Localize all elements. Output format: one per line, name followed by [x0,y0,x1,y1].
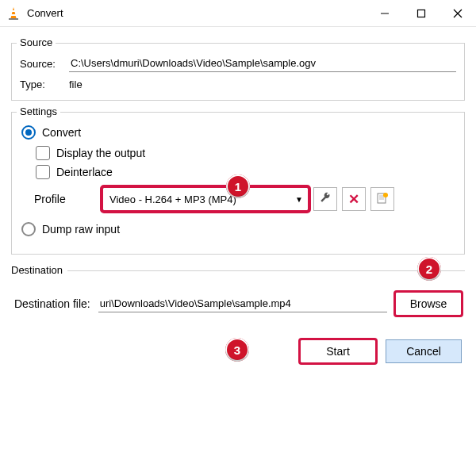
settings-legend: Settings [17,105,60,117]
profile-value: Video - H.264 + MP3 (MP4) [109,194,236,205]
titlebar: Convert [0,0,476,27]
display-output-label: Display the output [56,147,145,159]
annotation-badge-2: 2 [417,257,441,281]
svg-rect-3 [9,18,18,20]
destination-label: Destination file: [14,297,90,310]
profile-combobox[interactable]: Video - H.264 + MP3 (MP4) ▼ [102,187,309,211]
profile-label: Profile [34,193,98,205]
chevron-down-icon: ▼ [295,195,303,204]
radio-icon [21,125,36,140]
source-label: Source: [20,58,69,70]
new-profile-icon [376,192,389,207]
deinterlace-label: Deinterlace [56,166,113,178]
dump-raw-label: Dump raw input [42,223,120,236]
browse-button[interactable]: Browse [395,292,462,316]
vlc-cone-icon [6,6,21,21]
source-legend: Source [17,36,56,48]
svg-rect-2 [11,14,16,16]
maximize-button[interactable] [403,0,440,27]
dialog-buttons: Start Cancel 3 [11,339,462,363]
cancel-button[interactable]: Cancel [386,339,462,363]
svg-point-12 [383,193,388,197]
dialog-content: Source Source: Type: file Settings Conve… [0,27,476,363]
svg-marker-0 [11,7,17,18]
checkbox-icon [36,165,50,179]
annotation-badge-3: 3 [225,338,249,362]
wrench-icon [319,192,332,207]
type-value: file [69,79,83,90]
window-buttons [367,0,476,27]
settings-group: Settings Convert Display the output Dein… [11,112,465,255]
svg-rect-1 [12,10,15,12]
type-label: Type: [20,79,69,90]
start-button[interactable]: Start [300,339,376,363]
window-title: Convert [27,7,63,19]
edit-profile-button[interactable] [313,187,337,211]
convert-radio-label: Convert [42,126,81,139]
source-input[interactable] [69,55,456,72]
destination-legend: Destination [11,264,67,276]
destination-input[interactable] [98,295,387,312]
display-output-checkbox[interactable]: Display the output [36,146,456,160]
close-button[interactable] [440,0,476,27]
svg-rect-5 [418,10,425,17]
delete-profile-button[interactable]: ✕ [342,187,366,211]
new-profile-button[interactable] [370,187,394,211]
destination-group: Destination Destination file: Browse 2 [11,270,465,325]
delete-icon: ✕ [348,193,359,206]
minimize-button[interactable] [367,0,403,27]
radio-icon [21,222,36,236]
source-group: Source Source: Type: file [11,43,465,101]
checkbox-icon [36,146,50,160]
convert-radio[interactable]: Convert [21,125,456,140]
dump-raw-radio[interactable]: Dump raw input [21,222,456,236]
deinterlace-checkbox[interactable]: Deinterlace [36,165,456,179]
